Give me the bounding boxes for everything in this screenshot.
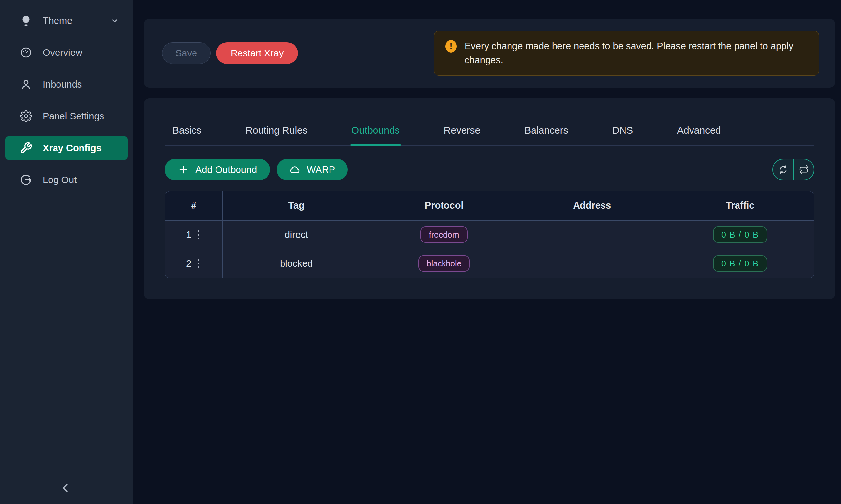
tab-reverse[interactable]: Reverse: [443, 120, 482, 145]
outbounds-table: # Tag Protocol Address Traffic 1: [165, 191, 814, 278]
row-menu-icon[interactable]: [196, 257, 201, 270]
refresh-button-group: [772, 159, 814, 180]
traffic-badge: 0 B / 0 B: [713, 255, 768, 272]
sidebar-item-label: Theme: [43, 15, 72, 26]
add-outbound-button[interactable]: Add Outbound: [165, 159, 270, 180]
table-row: 1 direct freedom 0 B / 0 B: [165, 220, 814, 249]
row-index: 1: [186, 229, 191, 240]
tab-basics[interactable]: Basics: [171, 120, 203, 145]
outbounds-actions-row: Add Outbound WARP: [165, 159, 814, 180]
config-tab-bar: Basics Routing Rules Outbounds Reverse B…: [165, 98, 814, 146]
tab-balancers[interactable]: Balancers: [523, 120, 569, 145]
protocol-badge: blackhole: [418, 255, 470, 272]
warning-alert: ! Every change made here needs to be sav…: [434, 31, 819, 76]
chevron-down-icon: [110, 16, 119, 25]
logout-icon: [20, 174, 32, 186]
warning-icon: !: [445, 40, 457, 53]
xray-config-card: Basics Routing Rules Outbounds Reverse B…: [143, 98, 836, 299]
tab-dns[interactable]: DNS: [611, 120, 634, 145]
restart-xray-button[interactable]: Restart Xray: [216, 42, 298, 64]
sidebar-item-label: Overview: [43, 47, 83, 58]
sidebar-item-inbounds[interactable]: Inbounds: [5, 72, 128, 96]
sync-icon: [778, 164, 788, 175]
bulb-icon: [20, 15, 32, 27]
sidebar-item-overview[interactable]: Overview: [5, 40, 128, 65]
col-header-protocol: Protocol: [370, 191, 518, 220]
user-icon: [20, 78, 32, 91]
warp-button[interactable]: WARP: [277, 159, 347, 180]
col-header-traffic: Traffic: [666, 191, 814, 220]
sync-button[interactable]: [773, 160, 793, 180]
col-header-tag: Tag: [223, 191, 370, 220]
cloud-icon: [289, 164, 300, 175]
repeat-button[interactable]: [793, 160, 814, 180]
save-button[interactable]: Save: [162, 42, 210, 64]
sidebar-item-label: Inbounds: [43, 79, 82, 90]
tab-advanced[interactable]: Advanced: [676, 120, 722, 145]
sidebar-item-label: Xray Configs: [43, 143, 102, 154]
row-address: [518, 220, 666, 249]
wrench-icon: [20, 142, 32, 154]
plus-icon: [178, 164, 189, 175]
col-header-address: Address: [518, 191, 666, 220]
sidebar-collapse-button[interactable]: [56, 479, 75, 497]
traffic-badge: 0 B / 0 B: [713, 227, 768, 243]
tab-outbounds[interactable]: Outbounds: [350, 120, 401, 145]
table-header-row: # Tag Protocol Address Traffic: [165, 191, 814, 220]
warning-alert-text: Every change made here needs to be saved…: [464, 39, 807, 68]
table-row: 2 blocked blackhole 0 B / 0 B: [165, 249, 814, 278]
main-content: Save Restart Xray ! Every change made he…: [133, 0, 841, 504]
sidebar: Theme Overview Inbounds: [0, 0, 133, 504]
row-tag: direct: [223, 220, 370, 249]
protocol-badge: freedom: [420, 227, 468, 243]
gauge-icon: [20, 46, 32, 59]
row-menu-icon[interactable]: [196, 228, 201, 241]
sidebar-item-label: Panel Settings: [43, 111, 104, 122]
row-address: [518, 249, 666, 278]
tab-routing-rules[interactable]: Routing Rules: [244, 120, 308, 145]
sidebar-item-log-out[interactable]: Log Out: [5, 168, 128, 192]
warp-label: WARP: [307, 164, 335, 175]
sidebar-item-xray-configs[interactable]: Xray Configs: [5, 136, 128, 160]
sidebar-item-theme[interactable]: Theme: [5, 8, 128, 33]
toolbar-card: Save Restart Xray ! Every change made he…: [143, 19, 836, 88]
add-outbound-label: Add Outbound: [195, 164, 257, 175]
col-header-index: #: [165, 191, 223, 220]
gear-icon: [20, 110, 32, 122]
row-index: 2: [186, 258, 191, 269]
chevron-left-icon: [59, 481, 72, 494]
sidebar-item-panel-settings[interactable]: Panel Settings: [5, 104, 128, 128]
repeat-icon: [799, 164, 809, 175]
sidebar-item-label: Log Out: [43, 175, 76, 185]
row-tag: blocked: [223, 249, 370, 278]
